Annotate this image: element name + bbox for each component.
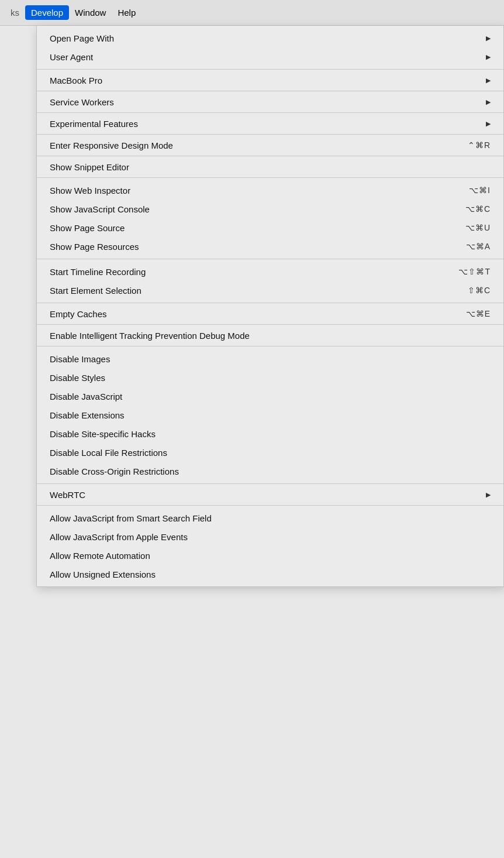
menu-item-empty-caches[interactable]: Empty Caches ⌥⌘E <box>37 303 503 324</box>
submenu-arrow: ▶ <box>486 491 491 499</box>
submenu-arrow: ▶ <box>486 120 491 128</box>
menu-item-show-javascript-console[interactable]: Show JavaScript Console ⌥⌘C <box>37 200 503 218</box>
menu-item-itp-debug-mode[interactable]: Enable Intelligent Tracking Prevention D… <box>37 325 503 346</box>
menu-item-responsive-design-mode[interactable]: Enter Responsive Design Mode ⌃⌘R <box>37 135 503 156</box>
menu-item-webrtc[interactable]: WebRTC ▶ <box>37 484 503 505</box>
menu-item-disable-cross-origin-restrictions[interactable]: Disable Cross-Origin Restrictions <box>37 462 503 481</box>
menu-item-start-element-selection[interactable]: Start Element Selection ⇧⌘C <box>37 281 503 300</box>
menu-item-service-workers[interactable]: Service Workers ▶ <box>37 91 503 112</box>
menu-item-start-timeline-recording[interactable]: Start Timeline Recording ⌥⇧⌘T <box>37 262 503 281</box>
menu-item-show-page-source[interactable]: Show Page Source ⌥⌘U <box>37 218 503 237</box>
menu-section-7: Start Timeline Recording ⌥⇧⌘T Start Elem… <box>37 259 503 303</box>
menu-section-11: WebRTC ▶ <box>37 484 503 506</box>
menu-item-open-page-with[interactable]: Open Page With ▶ <box>37 29 503 47</box>
menu-item-disable-local-file-restrictions[interactable]: Disable Local File Restrictions <box>37 443 503 462</box>
develop-menu: Open Page With ▶ User Agent ▶ MacBook Pr… <box>36 26 504 587</box>
menu-item-disable-extensions[interactable]: Disable Extensions <box>37 406 503 424</box>
menu-bar-item-develop[interactable]: Develop <box>25 5 69 20</box>
menu-section-5: Show Snippet Editor <box>37 156 503 178</box>
menu-section-8: Empty Caches ⌥⌘E <box>37 303 503 325</box>
menu-item-user-agent[interactable]: User Agent ▶ <box>37 47 503 66</box>
menu-item-experimental-features[interactable]: Experimental Features ▶ <box>37 113 503 134</box>
menu-section-6: Show Web Inspector ⌥⌘I Show JavaScript C… <box>37 178 503 259</box>
menu-item-allow-javascript-apple-events[interactable]: Allow JavaScript from Apple Events <box>37 527 503 546</box>
menu-section-2: Service Workers ▶ <box>37 91 503 113</box>
menu-item-disable-javascript[interactable]: Disable JavaScript <box>37 387 503 406</box>
menu-bar-item-help[interactable]: Help <box>112 5 141 20</box>
menu-item-snippet-editor[interactable]: Show Snippet Editor <box>37 156 503 177</box>
menu-item-disable-styles[interactable]: Disable Styles <box>37 368 503 387</box>
menu-item-disable-site-specific-hacks[interactable]: Disable Site-specific Hacks <box>37 424 503 443</box>
menu-item-show-page-resources[interactable]: Show Page Resources ⌥⌘A <box>37 237 503 256</box>
menu-item-allow-remote-automation[interactable]: Allow Remote Automation <box>37 546 503 565</box>
menu-item-allow-unsigned-extensions[interactable]: Allow Unsigned Extensions <box>37 565 503 584</box>
submenu-arrow: ▶ <box>486 35 491 42</box>
menu-section-12: Allow JavaScript from Smart Search Field… <box>37 506 503 586</box>
menu-item-allow-javascript-smart-search[interactable]: Allow JavaScript from Smart Search Field <box>37 509 503 527</box>
menu-item-macbook-pro[interactable]: MacBook Pro ▶ <box>37 70 503 91</box>
menu-section-0: Open Page With ▶ User Agent ▶ <box>37 26 503 70</box>
menu-item-show-web-inspector[interactable]: Show Web Inspector ⌥⌘I <box>37 181 503 200</box>
submenu-arrow: ▶ <box>486 77 491 84</box>
menu-bar-item-ks[interactable]: ks <box>5 5 25 20</box>
menu-section-9: Enable Intelligent Tracking Prevention D… <box>37 325 503 346</box>
menu-section-4: Enter Responsive Design Mode ⌃⌘R <box>37 135 503 156</box>
menu-bar: ks Develop Window Help <box>0 0 504 26</box>
submenu-arrow: ▶ <box>486 98 491 106</box>
menu-section-3: Experimental Features ▶ <box>37 113 503 135</box>
menu-item-disable-images[interactable]: Disable Images <box>37 349 503 368</box>
menu-bar-item-window[interactable]: Window <box>69 5 112 20</box>
menu-section-10: Disable Images Disable Styles Disable Ja… <box>37 346 503 484</box>
submenu-arrow: ▶ <box>486 53 491 61</box>
menu-section-1: MacBook Pro ▶ <box>37 70 503 91</box>
